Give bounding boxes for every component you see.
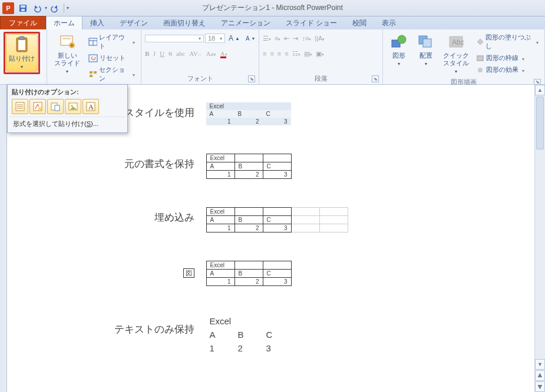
paste-options-popup: 貼り付けのオプション: A 形式を選択して貼り付け(S)...	[7, 84, 128, 133]
tab-home[interactable]: ホーム	[46, 16, 82, 30]
paste-option-dest-theme[interactable]	[12, 99, 28, 114]
next-slide-icon[interactable]: ⯆	[535, 381, 545, 392]
align-center-button[interactable]: ≡	[270, 50, 273, 57]
paste-label: 貼り付け▾	[9, 55, 35, 70]
example-row-keep-source: 元の書式を保持 Excel ABC 123	[59, 154, 483, 179]
prev-slide-icon[interactable]: ⯅	[535, 370, 545, 381]
svg-point-23	[478, 68, 483, 72]
outdent-button[interactable]: ⇤	[284, 35, 289, 42]
shape-fill-button[interactable]: 図形の塗りつぶし	[474, 32, 541, 52]
quick-access-toolbar: ▾ ▾	[16, 2, 69, 15]
new-slide-button[interactable]: 新しい スライド ▾	[51, 32, 84, 77]
group-font: ▾ 18▾ A▲ A▼ B I U S abc AV↔ Aa▾ A▾ フォント⬊	[141, 29, 259, 84]
reset-button[interactable]: リセット	[86, 52, 137, 64]
shapes-icon	[390, 33, 408, 51]
shape-outline-button[interactable]: 図形の枠線	[474, 52, 541, 64]
align-right-button[interactable]: ≡	[278, 50, 281, 57]
paste-option-keep-source[interactable]	[29, 99, 46, 114]
shape-effects-button[interactable]: 図形の効果	[474, 64, 541, 75]
demo-table-dest-theme: Excel ABC 123	[206, 102, 291, 125]
label-embed: 埋め込み	[59, 207, 194, 224]
save-icon[interactable]	[16, 2, 29, 15]
svg-rect-22	[477, 56, 483, 61]
app-icon: P	[2, 2, 14, 14]
italic-button[interactable]: I	[153, 50, 156, 57]
grow-font-icon[interactable]: A▲	[226, 33, 242, 44]
svg-rect-14	[90, 75, 93, 77]
new-slide-label: 新しい スライド ▾	[53, 52, 81, 75]
indent-button[interactable]: ⇥	[293, 35, 298, 42]
justify-button[interactable]: ≡	[285, 50, 288, 57]
label-keep-source: 元の書式を保持	[59, 154, 194, 171]
title-bar: P ▾ ▾ プレゼンテーション1 - Microsoft PowerPoint	[0, 0, 545, 16]
paste-button[interactable]: 貼り付け▾	[6, 34, 38, 72]
font-family-combo[interactable]: ▾	[145, 35, 204, 42]
paste-option-text-only[interactable]: A	[82, 99, 99, 114]
font-color-button[interactable]: A▾	[220, 50, 227, 57]
bold-button[interactable]: B	[145, 50, 149, 57]
paragraph-launcher-icon[interactable]: ⬊	[372, 75, 379, 82]
scroll-thumb[interactable]	[536, 97, 544, 150]
redo-icon[interactable]	[48, 2, 61, 15]
scroll-up-icon[interactable]: ▲	[535, 85, 545, 95]
ribbon-tabs: ファイル ホーム 挿入 デザイン 画面切り替え アニメーション スライド ショー…	[0, 16, 545, 29]
layout-button[interactable]: レイアウト	[86, 32, 137, 52]
shadow-button[interactable]: abc	[176, 50, 185, 57]
group-drawing: 図形▾ 配置▾ Abc クイック スタイル▾ 図形の塗りつぶし 図形の枠線 図形…	[383, 29, 545, 84]
columns-button[interactable]: ☷▾	[292, 50, 300, 58]
text-direction-button[interactable]: ||A▾	[315, 35, 325, 42]
slide-thumbnails-pane[interactable]	[0, 85, 7, 392]
svg-rect-13	[90, 71, 93, 74]
paste-special-menu-item[interactable]: 形式を選択して貼り付け(S)...	[9, 117, 125, 131]
window-title: プレゼンテーション1 - Microsoft PowerPoint	[0, 3, 545, 13]
svg-rect-19	[423, 39, 431, 47]
tab-slideshow[interactable]: スライド ショー	[278, 16, 345, 30]
tab-view[interactable]: 表示	[374, 16, 404, 30]
svg-text:A: A	[88, 103, 94, 111]
char-spacing-button[interactable]: AV↔	[189, 50, 202, 57]
underline-button[interactable]: U	[160, 50, 164, 57]
shapes-button[interactable]: 図形▾	[387, 32, 411, 68]
demo-table-picture: Excel ABC 123	[206, 261, 292, 286]
svg-rect-12	[89, 55, 97, 62]
line-spacing-button[interactable]: ↕≡▾	[302, 35, 311, 42]
quick-styles-button[interactable]: Abc クイック スタイル▾	[441, 32, 471, 77]
arrange-button[interactable]: 配置▾	[414, 32, 438, 68]
tab-design[interactable]: デザイン	[112, 16, 156, 30]
group-paragraph: ☰▾ ≡▾ ⇤ ⇥ ↕≡▾ ||A▾ ≡ ≡ ≡ ≡ ☷▾ ▤▾ ▣▾ 段落⬊	[259, 29, 383, 84]
group-font-label: フォント⬊	[145, 73, 255, 83]
svg-rect-1	[21, 5, 25, 8]
tab-review[interactable]: 校閲	[345, 16, 374, 30]
demo-table-keep-source: Excel ABC 123	[206, 154, 292, 179]
shrink-font-icon[interactable]: A▼	[243, 34, 258, 43]
undo-icon[interactable]	[31, 2, 44, 15]
convert-smartart-button[interactable]: ▣▾	[316, 50, 324, 58]
paste-option-embed[interactable]	[47, 99, 64, 114]
svg-rect-7	[62, 38, 71, 39]
vertical-scrollbar[interactable]: ▲ ▼ ⯅ ⯆	[534, 85, 545, 392]
tab-animations[interactable]: アニメーション	[213, 16, 278, 30]
change-case-button[interactable]: Aa▾	[206, 50, 216, 57]
paste-popup-header: 貼り付けのオプション:	[9, 87, 125, 99]
strike-button[interactable]: S	[169, 50, 172, 57]
align-left-button[interactable]: ≡	[263, 50, 266, 57]
tab-file[interactable]: ファイル	[0, 16, 46, 30]
new-slide-icon	[58, 33, 76, 51]
demo-text-only: Excel ABC 123	[206, 314, 291, 355]
group-paragraph-label: 段落⬊	[263, 73, 379, 83]
svg-rect-4	[18, 40, 25, 50]
label-text-only: テキストのみ保持	[59, 314, 194, 336]
bullets-button[interactable]: ☰▾	[263, 35, 271, 42]
font-launcher-icon[interactable]: ⬊	[248, 75, 255, 82]
group-clipboard: 貼り付け▾	[0, 29, 47, 84]
tab-insert[interactable]: 挿入	[82, 16, 112, 30]
demo-table-embed: Excel ABC 123	[206, 207, 348, 232]
section-button[interactable]: セクション	[86, 64, 137, 84]
scroll-down-icon[interactable]: ▼	[535, 359, 545, 370]
tab-transitions[interactable]: 画面切り替え	[156, 16, 213, 30]
paste-option-picture[interactable]	[65, 99, 81, 114]
numbering-button[interactable]: ≡▾	[275, 35, 280, 42]
font-size-combo[interactable]: 18▾	[205, 34, 225, 43]
align-text-button[interactable]: ▤▾	[304, 50, 312, 58]
paste-button-highlight: 貼り付け▾	[4, 32, 40, 74]
